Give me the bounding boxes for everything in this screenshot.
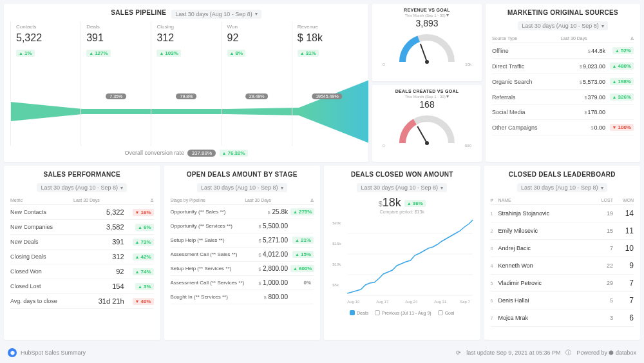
gauge-subtitle: This Month (Sep 1 - 30) ▾ bbox=[376, 93, 478, 99]
source-name: Offline bbox=[492, 48, 588, 54]
gauge-subtitle: This Month (Sep 1 - 30) ▾ bbox=[376, 12, 478, 18]
svg-text:Aug 31: Aug 31 bbox=[434, 300, 447, 304]
leaderboard-row: 1 Strahinja Stojanovic 19 14 bbox=[491, 205, 634, 222]
pipe-label: Deals bbox=[86, 24, 146, 30]
info-icon[interactable]: ⓘ bbox=[565, 349, 571, 357]
metric-delta: 74% bbox=[133, 268, 154, 275]
source-delta: 198% bbox=[610, 78, 634, 85]
svg-text:Sep 7: Sep 7 bbox=[460, 300, 470, 304]
closed-won-line-chart: $20k $15k $10k $5k Aug 10 Aug 17 Aug 24 … bbox=[330, 218, 474, 305]
pipe-value: 391 bbox=[86, 32, 146, 44]
leaderboard-row: 7 Mojca Mrak 3 6 bbox=[491, 309, 634, 327]
leaderboard-date-selector[interactable]: Last 30 days (Aug 10 - Sep 8)▾ bbox=[517, 183, 607, 192]
performance-row: Closed Lost 154 3% bbox=[10, 279, 154, 294]
chevron-down-icon: ▾ bbox=[281, 185, 283, 191]
source-delta: 52% bbox=[612, 47, 634, 54]
metric-delta: 42% bbox=[133, 253, 154, 260]
source-name: Social Media bbox=[492, 109, 585, 115]
gauge-value: 3,893 bbox=[376, 18, 478, 28]
svg-text:Aug 17: Aug 17 bbox=[376, 300, 389, 304]
performance-row: New Deals 391 73% bbox=[10, 235, 154, 250]
stages-date-selector[interactable]: Last 30 days (Aug 10 - Sep 8)▾ bbox=[197, 183, 287, 192]
svg-line-0 bbox=[421, 44, 427, 62]
source-value: $0.00 bbox=[591, 124, 605, 131]
rank: 2 bbox=[491, 229, 498, 233]
sales-pipeline-card: SALES PIPELINE Last 30 days (Aug 10 - Se… bbox=[4, 4, 368, 162]
metric-name: Closed Lost bbox=[10, 283, 86, 289]
legend-deals[interactable]: Deals bbox=[350, 310, 368, 315]
closed-won-amount-card: DEALS CLOSED WON AMOUNT Last 30 days (Au… bbox=[324, 166, 480, 340]
chart-legend: Deals Previous (Jul 11 - Aug 9) Goal bbox=[330, 310, 474, 315]
sources-date-selector[interactable]: Last 30 days (Aug 10 - Sep 8)▾ bbox=[518, 21, 608, 30]
stage-row: Setup Help (** Sales **) $ 5,271.00 21% bbox=[171, 233, 314, 248]
rep-name: Andrej Bacic bbox=[498, 245, 593, 251]
rank: 4 bbox=[491, 264, 498, 268]
source-name: Other Campaigns bbox=[492, 124, 591, 131]
footer-title: HubSpot Sales Summary bbox=[21, 349, 86, 356]
source-delta: 100% bbox=[610, 124, 634, 131]
source-name: Direct Traffic bbox=[492, 63, 580, 70]
metric-delta: 3% bbox=[135, 283, 154, 290]
stage-delta: 15% bbox=[292, 251, 314, 258]
rep-name: Denis Hallai bbox=[498, 297, 593, 304]
gauges-column: REVENUE VS GOAL This Month (Sep 1 - 30) … bbox=[372, 4, 482, 162]
metric-value: 3,582 bbox=[86, 223, 124, 231]
stage-value: $ 5,500.00 bbox=[258, 222, 288, 230]
source-row: Referrals $379.00 326% bbox=[492, 90, 634, 105]
stage-row: Setup Help (** Services **) $ 2,800.00 6… bbox=[171, 262, 314, 276]
gauge-value: 168 bbox=[376, 99, 478, 110]
last-updated: last update Sep 9, 2021 at 05:36 PM bbox=[466, 349, 560, 356]
stage-value: $ 1,000.00 bbox=[258, 279, 288, 286]
leaderboard-card: CLOSED DEALS LEADERBOARD Last 30 days (A… bbox=[484, 166, 641, 340]
sources-table-head: Source TypeLast 30 DaysΔ bbox=[492, 34, 634, 43]
refresh-icon[interactable]: ⟳ bbox=[456, 349, 461, 356]
metric-delta: 6% bbox=[135, 224, 154, 231]
legend-goal[interactable]: Goal bbox=[438, 310, 455, 315]
deals-created-vs-goal-gauge: DEALS CREATED VS GOAL This Month (Sep 1 … bbox=[372, 85, 482, 162]
closed-won-title: DEALS CLOSED WON AMOUNT bbox=[330, 171, 474, 178]
won-count: 10 bbox=[613, 244, 634, 253]
performance-row: New Companies 3,582 6% bbox=[10, 220, 154, 235]
source-value: $178.00 bbox=[585, 109, 605, 115]
stage-name: Assessment Call (** Services **) bbox=[171, 280, 259, 286]
performance-row: Avg. days to close 31d 21h 40% bbox=[10, 294, 154, 309]
rank: 3 bbox=[491, 246, 498, 251]
pipeline-col-revenue: Revenue $ 18k 31% 19545.49% bbox=[292, 21, 362, 146]
databox-logo-icon: ⬢ bbox=[609, 349, 614, 356]
chevron-down-icon: ▾ bbox=[601, 23, 604, 29]
chevron-down-icon: ▾ bbox=[120, 185, 123, 191]
won-count: 14 bbox=[613, 209, 634, 218]
pipe-delta: 103% bbox=[156, 50, 180, 57]
rep-name: Mojca Mrak bbox=[498, 315, 593, 321]
rep-name: Vladimir Petrovic bbox=[498, 280, 593, 286]
legend-previous[interactable]: Previous (Jul 11 - Aug 9) bbox=[375, 310, 431, 315]
stage-delta: 0% bbox=[301, 279, 314, 286]
pipeline-date-selector[interactable]: Last 30 days (Aug 10 - Sep 8)▾ bbox=[171, 10, 261, 19]
stage-value: $ 2,800.00 bbox=[258, 265, 288, 272]
rep-name: Kenneth Won bbox=[498, 262, 593, 269]
source-value: $5,573.00 bbox=[580, 79, 605, 85]
closed-won-date-selector[interactable]: Last 30 days (Aug 10 - Sep 8)▾ bbox=[357, 183, 447, 192]
gauge-chart bbox=[395, 30, 459, 65]
leaderboard-row: 3 Andrej Bacic 7 10 bbox=[491, 240, 634, 257]
metric-name: Closed Won bbox=[10, 268, 86, 275]
pipe-delta: 31% bbox=[298, 50, 319, 57]
lost-count: 19 bbox=[592, 210, 613, 217]
svg-point-1 bbox=[425, 60, 429, 64]
sales-performance-card: SALES PERFORMANCE Last 30 days (Aug 10 -… bbox=[4, 166, 160, 340]
stages-title: OPEN DEALS AMOUNT BY STAGE bbox=[171, 171, 314, 178]
chevron-down-icon: ▾ bbox=[255, 11, 258, 17]
stage-name: Setup Help (** Services **) bbox=[171, 266, 259, 271]
pipeline-col-contacts: Contacts 5,322 1% bbox=[10, 21, 80, 146]
pipe-delta: 127% bbox=[86, 50, 110, 57]
source-delta: 480% bbox=[610, 63, 634, 70]
compare-period: Compare period: $13k bbox=[330, 210, 474, 214]
sources-title: MARKETING ORIGINAL SOURCES bbox=[492, 9, 634, 16]
source-name: Organic Search bbox=[492, 79, 580, 85]
metric-value: 31d 21h bbox=[86, 297, 124, 305]
gauge-chart bbox=[395, 111, 459, 146]
svg-text:Aug 24: Aug 24 bbox=[405, 300, 418, 304]
pipe-label: Contacts bbox=[16, 24, 75, 30]
performance-date-selector[interactable]: Last 30 days (Aug 10 - Sep 8)▾ bbox=[37, 183, 127, 192]
pipeline-footer: Overall conversion rate 337.88% 76.32% bbox=[10, 146, 362, 157]
